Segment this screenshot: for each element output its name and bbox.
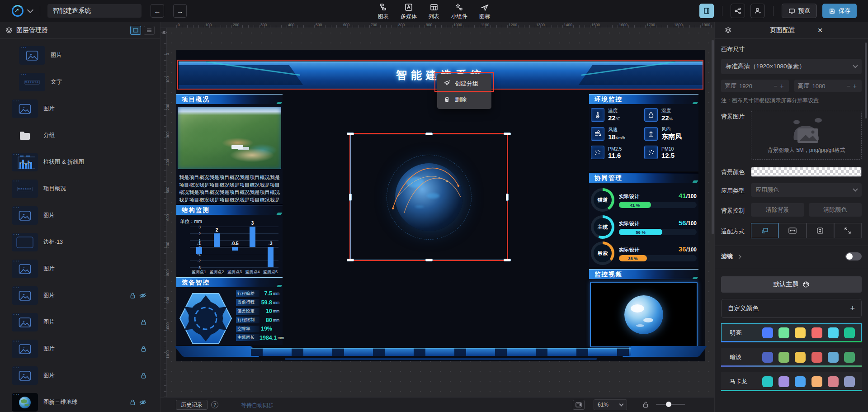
unlock-icon[interactable] [642, 401, 649, 408]
tool-icons[interactable]: 图标 [479, 1, 490, 20]
config-scrollbar[interactable] [865, 43, 867, 118]
color-swatch[interactable] [762, 352, 773, 363]
default-theme-button[interactable]: 默认主题 [721, 276, 862, 293]
app-type-select[interactable]: 应用颜色 [751, 183, 862, 197]
color-swatch[interactable] [778, 327, 789, 338]
color-swatch[interactable] [778, 376, 789, 387]
color-swatch[interactable] [762, 327, 773, 338]
panel-structure-monitor[interactable]: 结构监测 单位：mm 3210-1-2-3-1监测点12监测点2-0.5监测点3… [176, 205, 283, 275]
theme-row-macaron[interactable]: 马卡龙 [721, 372, 862, 391]
clear-background-button[interactable]: 清除背景 [751, 203, 804, 217]
layer-item[interactable]: 图片 [19, 46, 160, 65]
zoom-select[interactable]: 61% [594, 399, 627, 410]
zoom-slider-knob[interactable] [666, 402, 671, 407]
custom-color-row[interactable]: 自定义颜色 + [721, 299, 862, 318]
eye-off-icon[interactable] [139, 292, 146, 299]
eye-icon[interactable] [161, 30, 167, 35]
increment-button[interactable]: + [778, 82, 785, 90]
color-swatch[interactable] [828, 327, 839, 338]
color-swatch[interactable] [811, 376, 822, 387]
resize-handle-nw[interactable] [347, 133, 354, 135]
layer-item[interactable]: 图片 [12, 286, 160, 305]
tool-media[interactable]: 多媒体 [401, 1, 417, 20]
color-swatch[interactable] [795, 352, 806, 363]
resize-handle-e[interactable] [506, 194, 509, 201]
layer-item[interactable]: 图片 [12, 260, 160, 278]
layer-item[interactable]: 图片 [12, 366, 160, 385]
fit-height-button[interactable] [807, 223, 834, 238]
canvas-workspace[interactable]: 智能建造系统 项目概况 我是项目概况我是项目概况我是项目概况我是项目概况我是项目… [167, 28, 714, 397]
eye-off-icon[interactable] [139, 399, 146, 406]
share-button[interactable] [731, 4, 745, 18]
color-swatch[interactable] [844, 327, 855, 338]
layer-item[interactable]: 图片 [12, 340, 160, 358]
layer-item[interactable]: 图片 [12, 206, 160, 225]
canvas-scrollbar[interactable] [712, 40, 714, 234]
layer-item[interactable]: 柱状图 & 折线图 [12, 153, 160, 171]
width-field[interactable]: 宽度 1920 −+ [721, 80, 789, 92]
layer-item[interactable]: 我是文本文本文字 [19, 73, 160, 91]
lock-icon[interactable] [130, 399, 136, 406]
filter-toggle[interactable] [845, 252, 862, 260]
back-button[interactable]: ← [151, 4, 164, 18]
zoom-slider[interactable] [656, 404, 685, 405]
preview-button[interactable]: 预览 [782, 4, 817, 18]
resize-handle-sw[interactable] [347, 259, 354, 261]
color-swatch[interactable] [795, 327, 806, 338]
tool-list[interactable]: 列表 [429, 1, 439, 20]
color-swatch[interactable] [828, 352, 839, 363]
layer-item[interactable]: 我是文本文本项目概况 [12, 180, 160, 198]
resize-handle-se[interactable] [504, 259, 511, 261]
resize-handle-w[interactable] [349, 194, 352, 201]
tool-widgets[interactable]: 小组件 [451, 1, 467, 20]
color-swatch[interactable] [811, 327, 822, 338]
decrement-button[interactable]: − [772, 82, 778, 90]
color-swatch[interactable] [778, 352, 789, 363]
user-button[interactable] [750, 4, 765, 18]
panel-project-overview[interactable]: 项目概况 我是项目概况我是项目概况我是项目概况我是项目概况我是项目概况我是项目概… [176, 94, 283, 205]
forward-button[interactable]: → [173, 4, 187, 18]
chevron-down-icon[interactable] [27, 7, 33, 13]
bg-image-upload[interactable]: 背景图最大 5M，png/jpg/gif格式 [751, 111, 862, 160]
layer-item[interactable]: 图片 [12, 313, 160, 331]
panel-collaboration[interactable]: 协同管理 猫道 实际/设计 41/100 41 % 主缆 实际/设计 56/10… [589, 173, 698, 267]
bg-color-swatch[interactable] [751, 167, 862, 177]
fit-width-button[interactable] [778, 223, 806, 238]
theme-row-dim[interactable]: 暗淡 [721, 348, 862, 367]
decrement-button[interactable]: − [845, 82, 852, 90]
color-swatch[interactable] [828, 376, 839, 387]
tool-charts[interactable]: 图表 [378, 1, 389, 20]
layer-item[interactable]: 图新三维地球 [12, 393, 160, 412]
resolution-select[interactable]: 标准高清（1920×1080像素） [721, 59, 862, 74]
color-swatch[interactable] [795, 376, 806, 387]
lock-icon[interactable] [141, 372, 146, 379]
lock-icon[interactable] [130, 292, 136, 299]
close-icon[interactable]: ✕ [815, 26, 862, 35]
lock-icon[interactable] [141, 346, 146, 352]
lock-icon[interactable] [141, 319, 146, 326]
app-logo-icon[interactable] [12, 5, 24, 17]
color-swatch[interactable] [811, 352, 822, 363]
increment-button[interactable]: + [852, 82, 858, 90]
save-button[interactable]: 保存 [822, 4, 857, 18]
color-swatch[interactable] [762, 376, 773, 387]
height-field[interactable]: 高度 1080 −+ [794, 80, 862, 92]
resize-handle-s[interactable] [425, 259, 433, 261]
layer-item[interactable]: 图片 [12, 99, 160, 118]
selected-globe-element[interactable] [350, 134, 507, 260]
project-title-input[interactable] [47, 4, 142, 18]
notes-panel-button[interactable] [699, 4, 714, 18]
list-view-button[interactable] [144, 26, 155, 35]
page-panel-button[interactable] [573, 400, 585, 410]
theme-row-bright[interactable]: 明亮 [721, 323, 862, 342]
layer-item[interactable]: 边框-13 [12, 233, 160, 251]
panel-environment-monitor[interactable]: 环境监控 温度 22℃ 湿度 22% 风速 [589, 94, 698, 171]
resize-handle-n[interactable] [425, 133, 433, 135]
design-screen[interactable]: 智能建造系统 项目概况 我是项目概况我是项目概况我是项目概况我是项目概况我是项目… [176, 50, 705, 361]
panel-video-monitor[interactable]: 监控视频 [589, 269, 698, 349]
color-swatch[interactable] [844, 352, 855, 363]
fit-auto-button[interactable] [751, 223, 778, 238]
clear-color-button[interactable]: 清除颜色 [809, 203, 862, 217]
menu-item-create-group[interactable]: 创建分组 [437, 76, 491, 91]
panel-equipment-control[interactable]: 装备智控 [176, 277, 283, 345]
